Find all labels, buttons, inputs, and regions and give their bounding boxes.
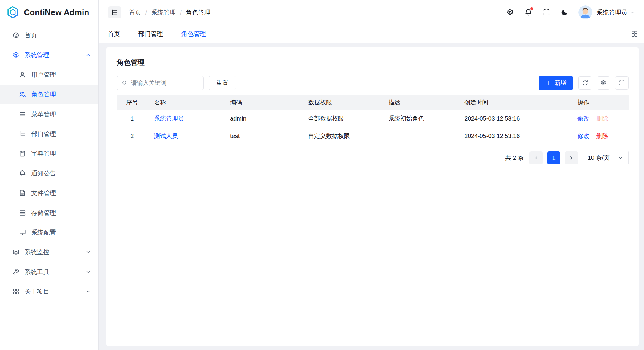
column-header-code: 编码 bbox=[224, 95, 302, 110]
column-header-no: 序号 bbox=[117, 95, 148, 110]
refresh-button[interactable] bbox=[578, 76, 591, 89]
fullscreen-icon bbox=[543, 9, 550, 16]
delete-link[interactable]: 删除 bbox=[596, 133, 608, 139]
avatar-image bbox=[578, 5, 592, 19]
role-management-card: 角色管理 重置 新增 bbox=[106, 47, 639, 346]
sidebar-item-system-management[interactable]: 系统管理 bbox=[0, 45, 98, 65]
tab-actions-button[interactable] bbox=[625, 25, 644, 43]
chevron-down-icon bbox=[86, 289, 91, 294]
breadcrumb-separator: / bbox=[180, 9, 182, 16]
sidebar-item-file-management[interactable]: 文件管理 bbox=[0, 183, 98, 203]
tab-role-management[interactable]: 角色管理 bbox=[172, 25, 215, 43]
roles-table: 序号 名称 编码 数据权限 描述 创建时间 操作 1 系统管理员 bbox=[117, 95, 629, 145]
column-header-created: 创建时间 bbox=[458, 95, 571, 110]
gear-icon bbox=[507, 9, 514, 16]
logo[interactable]: ContiNew Admin bbox=[0, 0, 98, 25]
plus-icon bbox=[545, 80, 551, 86]
sidebar-item-home[interactable]: 首页 bbox=[0, 26, 98, 45]
fullscreen-button[interactable] bbox=[542, 8, 550, 17]
notifications-button[interactable] bbox=[524, 8, 532, 17]
sidebar: ContiNew Admin 首页 系统管理 用户管理 角色管理 bbox=[0, 0, 99, 350]
cell-permission: 全部数据权限 bbox=[302, 110, 382, 127]
user-group-icon bbox=[19, 91, 26, 98]
cell-code: test bbox=[224, 127, 302, 145]
sidebar-item-system-monitor[interactable]: 系统监控 bbox=[0, 242, 98, 262]
user-icon bbox=[19, 71, 26, 78]
avatar[interactable] bbox=[578, 5, 592, 19]
chevron-up-icon bbox=[86, 52, 91, 58]
next-page-button[interactable] bbox=[565, 151, 578, 164]
sidebar-nav: 首页 系统管理 用户管理 角色管理 菜单管理 部门管理 bbox=[0, 25, 98, 350]
delete-link-disabled: 删除 bbox=[596, 115, 608, 122]
cell-description bbox=[382, 127, 458, 145]
sidebar-item-label: 通知公告 bbox=[31, 169, 56, 178]
sidebar-item-label: 用户管理 bbox=[31, 71, 56, 79]
table-row: 1 系统管理员 admin 全部数据权限 系统初始角色 2024-05-03 1… bbox=[117, 110, 629, 127]
expand-table-button[interactable] bbox=[615, 76, 628, 89]
sidebar-item-label: 系统管理 bbox=[25, 51, 49, 59]
chevron-down-icon[interactable] bbox=[630, 10, 635, 15]
refresh-icon bbox=[582, 80, 588, 86]
bell-icon bbox=[19, 170, 26, 177]
cell-operations: 修改删除 bbox=[571, 127, 629, 145]
role-name-link[interactable]: 系统管理员 bbox=[154, 115, 184, 122]
prev-page-button[interactable] bbox=[529, 151, 542, 164]
sidebar-item-dict-management[interactable]: 字典管理 bbox=[0, 144, 98, 163]
gear-icon bbox=[600, 80, 607, 86]
add-button[interactable]: 新增 bbox=[539, 76, 573, 90]
breadcrumb-separator: / bbox=[145, 9, 147, 16]
column-header-name: 名称 bbox=[148, 95, 224, 110]
sidebar-item-menu-management[interactable]: 菜单管理 bbox=[0, 104, 98, 124]
apps-icon bbox=[631, 30, 638, 37]
file-icon bbox=[19, 189, 26, 197]
cell-permission: 自定义数据权限 bbox=[302, 127, 382, 145]
sidebar-item-role-management[interactable]: 角色管理 bbox=[0, 85, 98, 104]
table-settings-button[interactable] bbox=[597, 76, 610, 89]
sidebar-item-label: 文件管理 bbox=[31, 189, 56, 197]
tabbar: 首页 部门管理 角色管理 bbox=[99, 25, 644, 43]
sidebar-item-notice[interactable]: 通知公告 bbox=[0, 164, 98, 183]
page-size-value: 10 条/页 bbox=[588, 154, 614, 162]
edit-link[interactable]: 修改 bbox=[577, 133, 589, 139]
sidebar-item-label: 字典管理 bbox=[31, 149, 56, 158]
reset-button[interactable]: 重置 bbox=[209, 76, 236, 90]
page-number-1[interactable]: 1 bbox=[547, 151, 560, 164]
expand-icon bbox=[619, 80, 625, 86]
cell-name: 测试人员 bbox=[148, 127, 224, 145]
column-header-permission: 数据权限 bbox=[302, 95, 382, 110]
breadcrumb-home[interactable]: 首页 bbox=[129, 8, 141, 17]
dark-mode-toggle[interactable] bbox=[560, 8, 569, 17]
sidebar-item-label: 系统监控 bbox=[25, 248, 49, 256]
topbar: 首页 / 系统管理 / 角色管理 bbox=[99, 0, 644, 25]
sidebar-item-dept-management[interactable]: 部门管理 bbox=[0, 124, 98, 144]
page-size-select[interactable]: 10 条/页 bbox=[583, 151, 629, 165]
tab-label: 角色管理 bbox=[181, 30, 206, 38]
toolbar-right: 新增 bbox=[539, 76, 629, 90]
breadcrumb-system[interactable]: 系统管理 bbox=[151, 8, 176, 17]
moon-icon bbox=[561, 9, 568, 16]
breadcrumb: 首页 / 系统管理 / 角色管理 bbox=[129, 8, 210, 17]
breadcrumb-current: 角色管理 bbox=[186, 8, 211, 17]
wrench-icon bbox=[12, 268, 20, 275]
tab-home[interactable]: 首页 bbox=[99, 25, 129, 43]
search-input[interactable] bbox=[131, 80, 199, 86]
chevron-down-icon bbox=[86, 249, 91, 255]
tree-icon bbox=[19, 130, 26, 137]
collapse-sidebar-button[interactable] bbox=[108, 6, 121, 19]
sidebar-item-system-config[interactable]: 系统配置 bbox=[0, 223, 98, 242]
current-user-name[interactable]: 系统管理员 bbox=[596, 8, 627, 17]
tab-dept-management[interactable]: 部门管理 bbox=[129, 25, 172, 43]
sidebar-item-storage-management[interactable]: 存储管理 bbox=[0, 203, 98, 222]
role-name-link[interactable]: 测试人员 bbox=[154, 133, 178, 139]
sidebar-item-label: 角色管理 bbox=[31, 90, 56, 99]
app-title: ContiNew Admin bbox=[24, 8, 89, 17]
sidebar-item-about-project[interactable]: 关于项目 bbox=[0, 282, 98, 301]
sidebar-item-system-tools[interactable]: 系统工具 bbox=[0, 262, 98, 282]
edit-link[interactable]: 修改 bbox=[577, 115, 589, 122]
settings-button[interactable] bbox=[506, 8, 515, 17]
cell-no: 2 bbox=[117, 127, 148, 145]
sidebar-item-user-management[interactable]: 用户管理 bbox=[0, 65, 98, 85]
sidebar-item-label: 菜单管理 bbox=[31, 110, 56, 118]
content-area: 角色管理 重置 新增 bbox=[99, 43, 644, 350]
monitor-icon bbox=[12, 249, 20, 256]
